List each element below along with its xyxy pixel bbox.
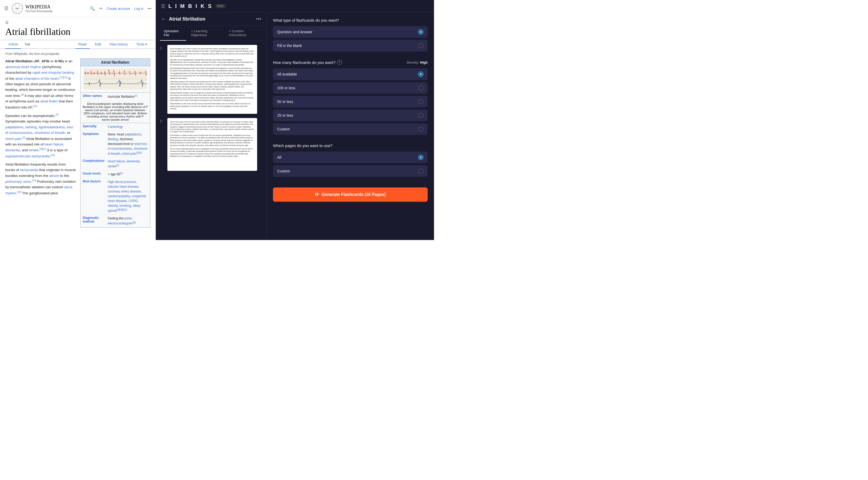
rapid-irregular-link[interactable]: rapid and irregular beating — [32, 70, 74, 74]
infobox-diagnostic-label[interactable]: Diagnostic method — [81, 215, 105, 227]
radio-50[interactable] — [418, 99, 424, 104]
tab-tools[interactable]: Tools ▾ — [133, 40, 150, 49]
svt-link[interactable]: supraventricular tachycardia — [5, 154, 50, 158]
ecg-link[interactable]: electrocardiogram — [108, 221, 133, 225]
pulse-link[interactable]: pulse — [124, 216, 132, 220]
wiki-header: ☰ W WIKIPEDIA The Free Encyclopedia 🔍 ∞ … — [0, 0, 155, 17]
fainting-link[interactable]: fainting — [108, 137, 118, 141]
limbiks-doc-header: ← Atrial fibrillation ••• — [156, 13, 267, 26]
obesity-link[interactable]: obesity — [108, 204, 118, 208]
from-line: From Wikipedia, the free encyclopedia — [5, 52, 150, 56]
radio-custom-qty[interactable] — [418, 126, 424, 132]
option-all-available[interactable]: All available — [273, 68, 428, 80]
wiki-infobox: Atrial fibrillation — [80, 58, 150, 228]
option-100-or-less[interactable]: 100 or less — [273, 82, 428, 94]
atrial-chambers-link[interactable]: atrial chambers of the heart — [15, 76, 59, 80]
wiki-logo-text: WIKIPEDIA The Free Encyclopedia — [25, 4, 53, 13]
svg-text:W: W — [16, 7, 19, 10]
atrium-link[interactable]: atrium — [50, 174, 59, 178]
option-qa[interactable]: Question and Answer — [273, 26, 428, 38]
page-preview-1[interactable]: Atrial Fibrillation (AF, AFib or A-fib) … — [167, 45, 257, 114]
radio-all-available[interactable] — [418, 71, 424, 77]
limbiks-header: ☰ L I M B I K S PRO — [156, 0, 434, 13]
infobox-symptoms-label[interactable]: Symptoms — [81, 131, 105, 157]
stroke-link2[interactable]: stroke — [29, 148, 38, 152]
stroke-link[interactable]: stroke — [108, 164, 117, 168]
radio-100[interactable] — [418, 85, 424, 91]
option-custom-pages-label: Custom — [277, 169, 418, 173]
abnormal-rhythm-link[interactable]: abnormal heart rhythm — [5, 65, 41, 69]
lightheadedness-link[interactable]: lightheadedness — [39, 125, 65, 129]
search-icon[interactable]: 🔍 — [90, 6, 95, 11]
infobox-onset-label[interactable]: Usual onset — [81, 170, 105, 178]
infobox-specialty-label[interactable]: Specialty — [81, 123, 105, 130]
back-arrow-icon[interactable]: ← — [161, 17, 166, 22]
option-fitb[interactable]: Fill in the blank — [273, 40, 428, 52]
tab-article[interactable]: Article — [5, 40, 21, 49]
tab-uploaded-file[interactable]: Uploaded File — [160, 26, 186, 41]
infobox-risk-row: Risk factors High blood pressure, valvul… — [81, 178, 150, 215]
heartfailure-link[interactable]: Heart failure — [108, 159, 125, 163]
vhd-link[interactable]: valvular heart disease — [108, 185, 138, 188]
chest-pain-link2[interactable]: chest pain — [5, 137, 22, 141]
radio-fitb[interactable] — [418, 43, 424, 48]
atrial-flutter-link[interactable]: atrial flutter — [40, 99, 58, 103]
more-icon[interactable]: ••• — [148, 7, 151, 10]
tab-read[interactable]: Read — [75, 40, 90, 49]
page-icon-row: ☰ — [5, 20, 150, 25]
hbp-link[interactable]: High blood pressure — [108, 180, 136, 184]
dementia-link[interactable]: dementia — [127, 159, 140, 163]
tab-talk[interactable]: Talk — [21, 40, 33, 49]
radio-all-pages[interactable] — [418, 155, 424, 160]
chest-pain-link[interactable]: chest pain — [122, 152, 136, 155]
limbiks-hamburger-icon[interactable]: ☰ — [161, 3, 165, 9]
quantity-title: How many flashcards do you want? — [273, 60, 336, 65]
generate-flashcards-button[interactable]: ⟳ Generate Flashcards (16 Pages) — [273, 187, 428, 202]
flashcard-type-title: What type of flashcards do you want? — [273, 18, 428, 23]
pulmonary-veins-link[interactable]: pulmonary veins — [5, 180, 31, 183]
help-icon[interactable]: ? — [337, 60, 342, 65]
pages-section: Which pages do you want to use? All Cust… — [273, 143, 428, 179]
smoking-link[interactable]: smoking — [119, 204, 131, 208]
fainting-link2[interactable]: fainting — [25, 125, 37, 129]
page-preview-2[interactable]: Since most cases of AF are secondary to … — [167, 118, 257, 171]
hamburger-menu-icon[interactable]: ☰ — [4, 5, 8, 11]
sinus-rhythm-link[interactable]: sinus rhythm — [5, 185, 72, 195]
infobox-complications-row: Complications Heart failure, dementia, s… — [81, 158, 150, 170]
option-50-or-less[interactable]: 50 or less — [273, 96, 428, 108]
palpitations-link[interactable]: palpitations — [125, 132, 141, 136]
tab-custom-instructions[interactable]: + Custom Instructions — [225, 26, 262, 41]
infobox-risk-label[interactable]: Risk factors — [81, 178, 105, 214]
limbiks-doc-more-icon[interactable]: ••• — [256, 17, 261, 22]
palpitations-link2[interactable]: palpitations — [5, 125, 23, 129]
cardiomyopathy-link[interactable]: cardiomyopathy — [108, 194, 130, 198]
infobox-other-names-value: Auricular fibrillation[1] — [105, 93, 139, 100]
tachycardia-link[interactable]: tachycardia — [20, 168, 38, 172]
sob-link2[interactable]: shortness of breath — [35, 131, 65, 134]
heart-failure-link[interactable]: heart failure — [44, 142, 63, 146]
radio-custom-pages[interactable] — [418, 169, 424, 174]
limbiks-middle: ← Atrial fibrillation ••• Uploaded File … — [156, 13, 267, 240]
dementia-link2[interactable]: dementia — [5, 148, 20, 152]
infobox-other-names-label: Other names — [81, 93, 105, 100]
tab-learning-objectives[interactable]: + Learning Objectives — [187, 26, 224, 41]
login-link[interactable]: Log in — [134, 7, 143, 10]
option-custom-pages[interactable]: Custom — [273, 165, 428, 177]
create-account-link[interactable]: Create account — [107, 7, 130, 10]
generate-icon: ⟳ — [315, 192, 319, 198]
infobox-ecg-image — [81, 66, 150, 93]
infobox-complications-label[interactable]: Complications — [81, 158, 105, 170]
copd-link[interactable]: COPD — [129, 199, 138, 203]
option-custom-quantity[interactable]: Custom — [273, 123, 428, 135]
glasses-icon[interactable]: ∞ — [99, 6, 102, 11]
infobox-onset-value: > age 50[4] — [105, 170, 125, 178]
radio-qa[interactable] — [418, 29, 424, 35]
option-25-or-less[interactable]: 25 or less — [273, 110, 428, 121]
radio-25[interactable] — [418, 113, 424, 118]
tab-edit[interactable]: Edit — [92, 40, 104, 49]
infobox-complications-value: Heart failure, dementia, stroke[3] — [105, 158, 150, 170]
cardiology-link[interactable]: Cardiology — [108, 125, 123, 128]
cad-link[interactable]: coronary artery disease — [108, 189, 141, 193]
tab-view-history[interactable]: View history — [106, 40, 131, 49]
option-all-pages[interactable]: All — [273, 152, 428, 163]
